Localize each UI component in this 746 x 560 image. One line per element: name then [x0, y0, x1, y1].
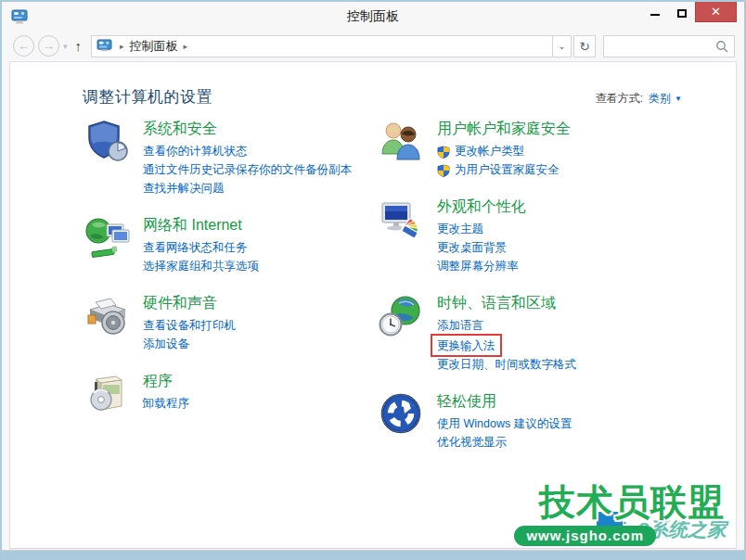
- link-family-safety[interactable]: 为用户设置家庭安全: [455, 162, 560, 178]
- recent-pages-chevron-icon[interactable]: ▾: [63, 42, 68, 51]
- link-devices-printers[interactable]: 查看设备和打印机: [143, 318, 236, 334]
- page-header: 调整计算机的设置 查看方式: 类别 ▼: [10, 62, 736, 113]
- link-change-theme[interactable]: 更改主题: [437, 222, 483, 237]
- monitor-palette-icon[interactable]: [379, 197, 425, 243]
- title-bar: 控制面板 ✕: [2, 2, 744, 31]
- ease-of-access-icon[interactable]: [379, 391, 425, 438]
- left-column: 系统和安全 查看你的计算机状态 通过文件历史记录保存你的文件备份副本 查找并解决…: [84, 119, 379, 469]
- page-title: 调整计算机的设置: [83, 86, 212, 108]
- category-title-system-security[interactable]: 系统和安全: [143, 120, 352, 139]
- link-change-account-type[interactable]: 更改帐户类型: [455, 144, 524, 159]
- view-by-label: 查看方式:: [596, 91, 643, 107]
- breadcrumb-separator-icon[interactable]: ▸: [184, 42, 188, 51]
- link-find-fix-problems[interactable]: 查找并解决问题: [143, 181, 225, 197]
- link-uninstall-program[interactable]: 卸载程序: [143, 396, 189, 412]
- category-title-programs[interactable]: 程序: [143, 372, 189, 391]
- link-file-history-backup[interactable]: 通过文件历史记录保存你的文件备份副本: [143, 162, 352, 178]
- red-highlight-box: 更换输入法: [431, 334, 502, 357]
- link-view-network-status[interactable]: 查看网络状态和任务: [143, 240, 248, 256]
- address-bar: ← → ▾ ↑ ▸ 控制面板 ▸ ⌄ ↻: [2, 31, 744, 61]
- minimize-button[interactable]: [641, 2, 668, 22]
- link-change-desktop-background[interactable]: 更改桌面背景: [437, 240, 507, 256]
- watermark-brand: 技术员联盟: [539, 477, 725, 528]
- up-button[interactable]: ↑: [75, 38, 83, 54]
- search-icon[interactable]: [715, 40, 728, 53]
- security-shield-icon[interactable]: [84, 119, 131, 165]
- view-by-caret-icon[interactable]: ▼: [675, 95, 682, 103]
- watermark-blue-square: [597, 512, 623, 531]
- control-panel-window: 控制面板 ✕ ← → ▾ ↑ ▸ 控制面板 ▸ ⌄ ↻: [0, 0, 746, 560]
- watermark: Win8系统之家 www.jsgho.com 技术员联盟: [498, 481, 730, 548]
- caption-buttons: ✕: [641, 2, 744, 31]
- category-ease-of-access: 轻松使用 使用 Windows 建议的设置 优化视觉显示: [379, 391, 713, 453]
- control-panel-crumb-icon: [96, 39, 112, 53]
- address-dropdown-button[interactable]: ⌄: [553, 35, 572, 57]
- link-add-device[interactable]: 添加设备: [143, 337, 189, 352]
- category-title-clock-language-region[interactable]: 时钟、语言和区域: [437, 294, 576, 313]
- category-title-user-accounts[interactable]: 用户帐户和家庭安全: [437, 120, 571, 139]
- category-title-appearance[interactable]: 外观和个性化: [437, 197, 526, 217]
- category-clock-language-region: 时钟、语言和区域 添加语言 更换输入法 更改日期、时间或数字格式: [379, 293, 713, 375]
- category-columns: 系统和安全 查看你的计算机状态 通过文件历史记录保存你的文件备份副本 查找并解决…: [10, 113, 736, 469]
- category-appearance: 外观和个性化 更改主题 更改桌面背景 调整屏幕分辨率: [379, 197, 713, 277]
- uac-shield-icon: [437, 164, 450, 177]
- search-input[interactable]: [604, 36, 715, 57]
- link-homegroup-sharing[interactable]: 选择家庭组和共享选项: [143, 259, 259, 274]
- category-title-ease-of-access[interactable]: 轻松使用: [437, 392, 572, 412]
- link-add-language[interactable]: 添加语言: [437, 318, 483, 334]
- link-change-date-time-number-format[interactable]: 更改日期、时间或数字格式: [437, 357, 576, 373]
- link-view-computer-status[interactable]: 查看你的计算机状态: [143, 144, 248, 159]
- users-icon[interactable]: [379, 119, 425, 165]
- printer-speaker-icon[interactable]: [84, 293, 131, 339]
- uac-shield-icon: [437, 146, 450, 159]
- breadcrumb[interactable]: ▸ 控制面板 ▸: [91, 35, 553, 57]
- link-suggested-settings[interactable]: 使用 Windows 建议的设置: [437, 416, 572, 432]
- network-globe-icon[interactable]: [84, 215, 131, 261]
- category-network-internet: 网络和 Internet 查看网络状态和任务 选择家庭组和共享选项: [84, 215, 379, 277]
- link-optimize-visual-display[interactable]: 优化视觉显示: [437, 435, 507, 451]
- link-adjust-screen-resolution[interactable]: 调整屏幕分辨率: [437, 259, 519, 274]
- breadcrumb-separator-icon: ▸: [120, 42, 124, 51]
- breadcrumb-item-control-panel[interactable]: 控制面板: [130, 38, 178, 55]
- category-programs: 程序 卸载程序: [84, 371, 379, 417]
- watermark-overlay-text: Win8系统之家: [602, 516, 727, 542]
- category-title-hardware-sound[interactable]: 硬件和声音: [143, 294, 236, 313]
- refresh-button[interactable]: ↻: [573, 35, 596, 57]
- category-user-accounts: 用户帐户和家庭安全 更改帐户类型: [379, 119, 713, 181]
- globe-clock-icon[interactable]: [379, 293, 425, 339]
- search-box: [603, 35, 735, 57]
- software-box-icon[interactable]: [84, 371, 131, 417]
- content-area: 调整计算机的设置 查看方式: 类别 ▼: [9, 61, 737, 549]
- right-column: 用户帐户和家庭安全 更改帐户类型: [379, 119, 713, 469]
- link-change-input-method[interactable]: 更换输入法: [437, 339, 495, 352]
- watermark-url: www.jsgho.com: [514, 526, 656, 546]
- window-title: 控制面板: [2, 8, 744, 25]
- maximize-button[interactable]: [668, 2, 695, 22]
- close-button[interactable]: ✕: [695, 2, 737, 22]
- category-system-security: 系统和安全 查看你的计算机状态 通过文件历史记录保存你的文件备份副本 查找并解决…: [84, 119, 379, 199]
- view-by-control: 查看方式: 类别 ▼: [596, 91, 682, 107]
- back-button[interactable]: ←: [13, 35, 34, 57]
- forward-button[interactable]: →: [38, 35, 59, 57]
- view-by-value-link[interactable]: 类别: [649, 91, 671, 107]
- category-title-network-internet[interactable]: 网络和 Internet: [143, 216, 259, 235]
- category-hardware-sound: 硬件和声音 查看设备和打印机 添加设备: [84, 293, 379, 355]
